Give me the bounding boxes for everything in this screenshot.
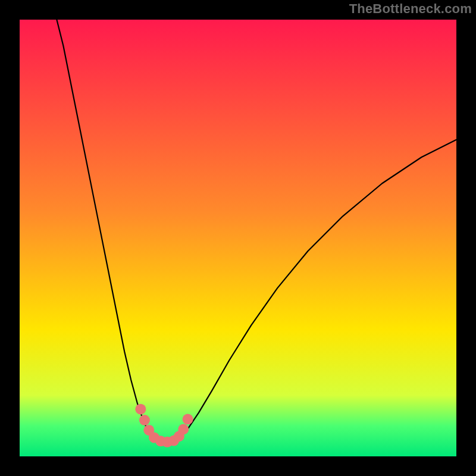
data-marker xyxy=(183,414,193,425)
data-marker xyxy=(178,424,189,434)
plot-area xyxy=(20,20,456,456)
outer-frame: TheBottleneck.com xyxy=(0,0,476,476)
gradient-background xyxy=(20,20,456,456)
data-marker xyxy=(135,404,146,415)
chart-svg xyxy=(20,20,456,456)
data-marker xyxy=(139,415,150,425)
watermark-text: TheBottleneck.com xyxy=(349,2,472,15)
